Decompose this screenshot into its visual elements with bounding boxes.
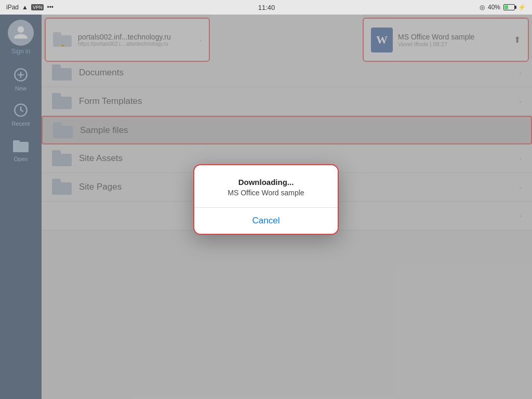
- battery-percent: 40%: [488, 4, 500, 11]
- dialog-title: Downloading...: [205, 178, 327, 187]
- status-right: ◎ 40% ⚡: [480, 4, 526, 11]
- time-display: 11:40: [258, 4, 275, 11]
- status-left: iPad ▲ VPN •••: [6, 4, 54, 11]
- battery-icon: [503, 4, 515, 10]
- charging-icon: ⚡: [518, 4, 526, 11]
- dialog-subtitle: MS Office Word sample: [205, 189, 327, 197]
- dialog-body: Downloading... MS Office Word sample: [194, 165, 338, 208]
- cancel-button[interactable]: Cancel: [194, 208, 338, 234]
- location-icon: ◎: [480, 4, 485, 11]
- device-label: iPad: [6, 4, 19, 11]
- vpn-badge: VPN: [31, 4, 44, 10]
- dialog-footer[interactable]: Cancel: [194, 208, 338, 234]
- download-dialog: Downloading... MS Office Word sample Can…: [193, 164, 339, 235]
- wifi-icon: ▲: [22, 4, 28, 11]
- signal-dots: •••: [47, 4, 54, 11]
- status-bar: iPad ▲ VPN ••• 11:40 ◎ 40% ⚡: [0, 0, 532, 15]
